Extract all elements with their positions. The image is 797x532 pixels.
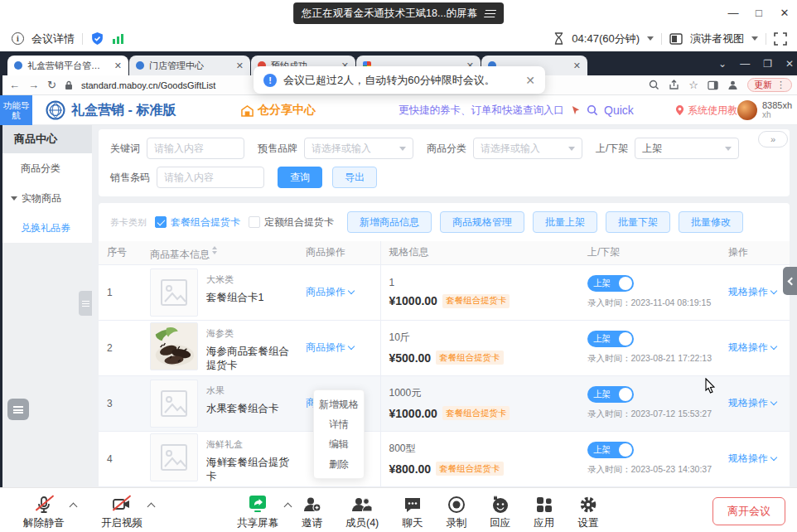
right-panel-handle[interactable]: [783, 267, 797, 295]
sidebar-collapse-handle[interactable]: [79, 291, 92, 316]
barcode-input[interactable]: [164, 172, 257, 183]
quick-search-icon[interactable]: [587, 104, 598, 116]
chrome-update-button[interactable]: 更新 ⋮: [747, 78, 792, 92]
forward-icon[interactable]: →: [28, 79, 39, 91]
side-panel-icon[interactable]: [708, 80, 718, 90]
shelf-toggle[interactable]: 上架: [587, 275, 634, 292]
spec-operate-dropdown[interactable]: 规格操作: [728, 396, 776, 410]
toast-close-icon[interactable]: ✕: [525, 74, 535, 87]
price: ¥1000.00: [389, 294, 437, 307]
function-nav-toggle[interactable]: 功能导航: [0, 95, 32, 125]
maximize-button[interactable]: □: [746, 0, 771, 26]
menu-item-delete[interactable]: 删除: [314, 454, 364, 474]
batch-edit-button[interactable]: 批量修改: [679, 211, 743, 233]
start-video-button[interactable]: 开启视频: [101, 494, 142, 530]
lock-icon: [65, 80, 73, 90]
shared-screen: 礼盒营销平台管理中心 ✕ 门店管理中心 ✕ 预约成功 ✕ ✕ ✕ ⌄ — ❐ ✕: [0, 51, 797, 487]
card-type-option-1[interactable]: 套餐组合提货卡: [155, 215, 240, 230]
shelf-toggle[interactable]: 上架: [587, 331, 634, 347]
menu-item-add-spec[interactable]: 新增规格: [314, 394, 364, 414]
category-select[interactable]: 请选择或输入: [473, 138, 582, 159]
shelf-toggle[interactable]: 上架: [587, 386, 634, 403]
sidebar-item-categories[interactable]: 商品分类: [2, 153, 92, 183]
invite-button[interactable]: 邀请: [302, 494, 322, 530]
tab-close-icon[interactable]: ✕: [236, 60, 244, 71]
spec-operate-dropdown[interactable]: 规格操作: [728, 285, 776, 299]
batch-off-shelf-button[interactable]: 批量下架: [606, 211, 670, 233]
chrome-menu-icon[interactable]: ⋮: [776, 80, 785, 90]
tab-search-dropdown-icon[interactable]: ⌄: [718, 58, 727, 70]
user-box[interactable]: 8385xh xh: [737, 95, 792, 125]
browser-tab-2[interactable]: 门店管理中心 ✕: [129, 56, 250, 75]
main-content: 关键词 预售品牌 请选择或输入 商品分类 请选择或输入 上/下架 上架 销售条码…: [92, 125, 797, 487]
spec-operate-dropdown[interactable]: 规格操作: [728, 341, 776, 355]
timer-dropdown-icon[interactable]: [647, 36, 654, 44]
share-center-label: 仓分享中心: [258, 103, 316, 118]
reload-icon[interactable]: ↻: [47, 79, 56, 91]
profile-icon[interactable]: [727, 80, 738, 90]
signal-strength-icon[interactable]: [112, 32, 124, 45]
video-options-chevron[interactable]: [147, 503, 156, 511]
brand-select[interactable]: 请选择或输入: [304, 138, 413, 159]
search-button[interactable]: 查询: [278, 167, 322, 188]
share-screen-button[interactable]: 共享屏幕: [237, 494, 278, 530]
goods-operate-dropdown[interactable]: 商品操作: [306, 285, 354, 299]
view-mode-selector[interactable]: 演讲者视图: [690, 31, 744, 46]
record-button[interactable]: 录制: [446, 494, 466, 530]
leave-meeting-button[interactable]: 离开会议: [712, 497, 785, 525]
bookmark-star-icon[interactable]: ☆: [688, 79, 698, 91]
chat-button[interactable]: 聊天: [402, 494, 423, 530]
warehouse-share-center-link[interactable]: 仓分享中心: [241, 95, 316, 125]
collapse-filters-button[interactable]: »: [758, 131, 788, 148]
add-goods-button[interactable]: 新增商品信息: [347, 211, 432, 233]
keyword-input[interactable]: [154, 143, 237, 154]
browser-maximize-icon[interactable]: ❐: [763, 58, 772, 70]
view-dropdown-icon[interactable]: [751, 36, 758, 44]
settings-button[interactable]: 设置: [577, 494, 598, 530]
menu-item-edit[interactable]: 编辑: [314, 434, 364, 454]
shelf-toggle[interactable]: 上架: [587, 442, 634, 458]
sidebar-item-physical-goods[interactable]: 实物商品: [2, 183, 92, 213]
shield-check-icon[interactable]: [90, 31, 104, 46]
goods-operate-dropdown[interactable]: 商品操作: [306, 341, 354, 355]
checkbox-checked-icon[interactable]: [155, 216, 167, 228]
export-button[interactable]: 导出: [332, 167, 377, 188]
apps-button[interactable]: 应用: [534, 494, 554, 530]
toggle-knob: [619, 388, 632, 401]
browser-minimize-icon[interactable]: —: [740, 58, 750, 70]
unmute-label: 解除静音: [23, 516, 65, 530]
meeting-details-link[interactable]: 会议详情: [31, 31, 75, 46]
shelf-select[interactable]: 上架: [635, 138, 739, 159]
tab-close-icon[interactable]: ✕: [114, 60, 122, 71]
mic-options-chevron[interactable]: [70, 503, 78, 511]
checkbox-icon[interactable]: [249, 216, 260, 228]
sidebar-item-gift-voucher[interactable]: 兑换礼品券: [2, 213, 92, 243]
minimize-button[interactable]: —: [721, 0, 746, 26]
card-type-option-2[interactable]: 定额组合提货卡: [249, 215, 334, 230]
tab-close-icon[interactable]: ✕: [573, 60, 581, 71]
spec-operate-dropdown[interactable]: 规格操作: [728, 452, 776, 466]
back-icon[interactable]: ←: [9, 79, 20, 91]
quick-label[interactable]: Quick: [604, 104, 634, 117]
members-button[interactable]: 成员(4): [345, 494, 379, 530]
browser-tab-1[interactable]: 礼盒营销平台管理中心 ✕: [7, 56, 128, 75]
spec-manage-button[interactable]: 商品规格管理: [440, 211, 524, 233]
unmute-button[interactable]: 解除静音: [23, 494, 65, 530]
menu-item-details[interactable]: 详情: [314, 414, 364, 434]
record-label: 录制: [446, 516, 466, 530]
share-options-chevron[interactable]: [284, 503, 292, 511]
share-icon[interactable]: [669, 80, 679, 90]
invite-label: 邀请: [302, 516, 322, 530]
address-bar[interactable]: standard.maboy.cn/GoodsGiftList: [81, 80, 215, 90]
browser-close-icon[interactable]: ✕: [785, 58, 794, 70]
col-header-info[interactable]: 商品基本信息: [142, 241, 297, 264]
floating-list-button[interactable]: [7, 399, 29, 420]
zoom-icon[interactable]: [649, 80, 659, 90]
close-button[interactable]: ✕: [772, 0, 797, 26]
banner-menu-icon[interactable]: [484, 10, 496, 17]
fullscreen-icon[interactable]: [774, 32, 787, 46]
sort-icon[interactable]: [212, 244, 217, 257]
reactions-button[interactable]: 回应: [490, 494, 510, 530]
batch-on-shelf-button[interactable]: 批量上架: [533, 211, 597, 233]
divider: [82, 33, 83, 45]
